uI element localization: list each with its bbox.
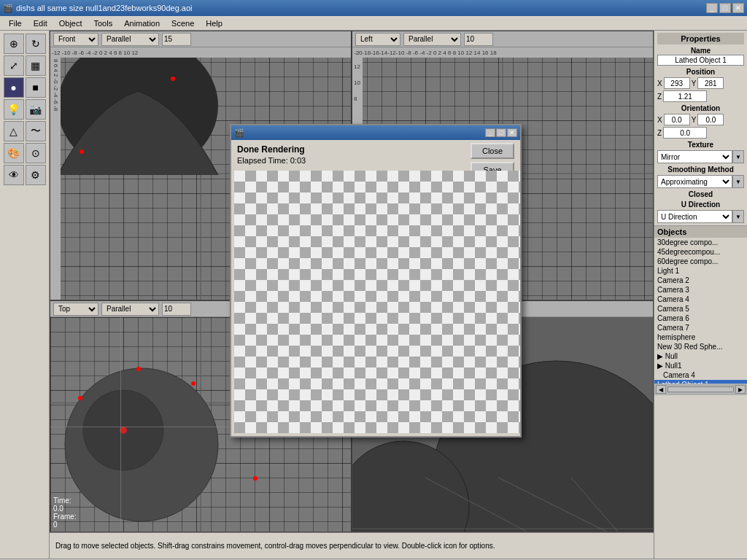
tool-eye[interactable]: 👁 — [4, 165, 24, 185]
ori-z-input[interactable]: 0.0 — [663, 127, 707, 139]
status-bar: Drag to move selected objects. Shift-dra… — [50, 532, 654, 559]
viewport-left-header: LeftFrontTopCamera ParallelPerspective — [352, 31, 653, 47]
name-value: Lathed Object 1 — [657, 55, 744, 66]
direction-label: U Direction — [657, 201, 744, 209]
ruler-x-left: -20-18-16-14-12-10 -8 -6 -4 -2 0 2 4 6 8… — [352, 47, 653, 58]
zoom-input-left[interactable] — [464, 33, 493, 46]
status-message: Drag to move selected objects. Shift-dra… — [55, 542, 495, 550]
ori-x-input[interactable]: 0.0 — [664, 114, 690, 125]
tool-rotate[interactable]: ↻ — [26, 34, 46, 54]
proj-select-left[interactable]: ParallelPerspective — [403, 33, 461, 46]
view-select-left[interactable]: LeftFrontTopCamera — [355, 33, 400, 46]
dialog-icon: 🎬 — [234, 128, 244, 138]
dialog-maximize[interactable]: □ — [496, 128, 506, 137]
time-value: 0.0 — [53, 505, 77, 513]
tool-settings[interactable]: ⚙ — [26, 165, 46, 185]
minimize-button[interactable]: _ — [706, 3, 718, 13]
position-z-row: Z 1.21 — [657, 90, 744, 102]
list-item[interactable]: Camera 4 — [654, 370, 747, 380]
smoothing-dropdown-btn[interactable]: ▼ — [732, 175, 744, 188]
closed-label: Closed — [657, 190, 744, 198]
menu-object[interactable]: Object — [53, 18, 88, 29]
smoothing-label: Smoothing Method — [657, 166, 744, 174]
scrollbar-track[interactable] — [667, 386, 734, 392]
list-item[interactable]: 45degreecompou... — [654, 247, 747, 257]
list-item[interactable]: hemisphere — [654, 332, 747, 342]
pos-x-input[interactable]: 293 — [664, 77, 690, 89]
list-item[interactable]: Camera 5 — [654, 304, 747, 314]
direction-dropdown-btn[interactable]: ▼ — [732, 210, 744, 223]
tool-camera[interactable]: 📷 — [26, 99, 46, 120]
ox-label: X — [657, 116, 662, 124]
tool-scale[interactable]: ⤢ — [4, 55, 24, 76]
orientation-z-row: Z 0.0 — [657, 127, 744, 139]
tool-mesh[interactable]: ▦ — [26, 55, 46, 76]
tool-spline[interactable]: 〜 — [26, 121, 46, 141]
direction-dropdown[interactable]: U Direction — [657, 210, 732, 223]
texture-row: Mirror ▼ — [657, 150, 744, 163]
menu-file[interactable]: File — [3, 18, 28, 29]
texture-dropdown-btn[interactable]: ▼ — [732, 150, 744, 163]
tool-move[interactable]: ⊕ — [4, 34, 24, 54]
pos-y-input[interactable]: 281 — [697, 77, 724, 89]
direction-row: U Direction ▼ — [657, 210, 744, 223]
proj-select-front[interactable]: ParallelPerspective — [101, 33, 159, 46]
zoom-input-front[interactable] — [162, 33, 191, 46]
objects-list[interactable]: 30degree compo... 45degreecompou... 60de… — [654, 238, 747, 384]
list-item[interactable]: Camera 2 — [654, 276, 747, 285]
view-select-front[interactable]: FrontLeftTopCamera — [53, 33, 98, 46]
render-image — [234, 171, 520, 433]
tool-sphere[interactable]: ● — [4, 77, 24, 98]
frame-label: Frame: — [53, 513, 77, 521]
texture-label: Texture — [657, 141, 744, 149]
menu-help[interactable]: Help — [200, 18, 228, 29]
proj-select-top[interactable]: ParallelPerspective — [101, 303, 159, 316]
dialog-close[interactable]: ✕ — [507, 128, 517, 137]
menu-scene[interactable]: Scene — [166, 18, 200, 29]
scroll-right[interactable]: ▶ — [735, 385, 746, 394]
list-item[interactable]: Camera 4 — [654, 295, 747, 304]
dialog-minimize[interactable]: _ — [485, 128, 495, 137]
menu-tools[interactable]: Tools — [88, 18, 119, 29]
zoom-input-top[interactable] — [162, 303, 191, 316]
titlebar: 🎬 dishs all same size null1and23febworks… — [0, 0, 747, 16]
scroll-left[interactable]: ◀ — [656, 385, 666, 394]
close-render-button[interactable]: Close — [471, 143, 514, 159]
properties-section: Properties Name Lathed Object 1 Position… — [654, 31, 747, 226]
time-label: Time: — [53, 497, 77, 505]
frame-value: 0 — [53, 521, 77, 529]
tool-poly[interactable]: △ — [4, 121, 24, 141]
menu-edit[interactable]: Edit — [28, 18, 53, 29]
list-item[interactable]: Light 1 — [654, 266, 747, 276]
list-item[interactable]: 60degree compo... — [654, 257, 747, 266]
texture-dropdown[interactable]: Mirror — [657, 150, 732, 163]
list-item[interactable]: Camera 3 — [654, 285, 747, 295]
tool-texture[interactable]: 🎨 — [4, 143, 24, 163]
list-item[interactable]: Camera 7 — [654, 323, 747, 332]
position-label: Position — [657, 68, 744, 76]
list-item[interactable]: 30degree compo... — [654, 238, 747, 247]
orientation-row: X 0.0 Y 0.0 — [657, 114, 744, 125]
smoothing-dropdown[interactable]: Approximating — [657, 175, 732, 188]
objects-title: Objects — [654, 226, 747, 238]
list-item[interactable]: ▶ Null1 — [654, 361, 747, 370]
list-item[interactable]: New 30 Red Sphe... — [654, 342, 747, 351]
right-panel: Properties Name Lathed Object 1 Position… — [654, 31, 747, 559]
pos-z-input[interactable]: 1.21 — [663, 90, 707, 102]
maximize-button[interactable]: □ — [719, 3, 731, 13]
position-row: X 293 Y 281 — [657, 77, 744, 89]
checker-background — [234, 171, 520, 433]
list-item[interactable]: Camera 6 — [654, 314, 747, 323]
tool-light[interactable]: 💡 — [4, 99, 24, 120]
view-select-top[interactable]: TopFrontLeftCamera — [53, 303, 98, 316]
ori-y-input[interactable]: 0.0 — [697, 114, 724, 125]
tool-cube[interactable]: ■ — [26, 77, 46, 98]
list-item[interactable]: ▶ Null — [654, 351, 747, 361]
properties-title: Properties — [657, 33, 744, 44]
tool-unknown[interactable]: ⊙ — [26, 143, 46, 163]
time-display: Time: 0.0 Frame: 0 — [53, 497, 77, 529]
menu-animation[interactable]: Animation — [118, 18, 166, 29]
close-button[interactable]: ✕ — [732, 3, 744, 13]
ruler-y-front: 8 6 4 2 -0 -2 -4 -6 -8 — [50, 58, 61, 300]
titlebar-icon: 🎬 — [3, 4, 13, 13]
